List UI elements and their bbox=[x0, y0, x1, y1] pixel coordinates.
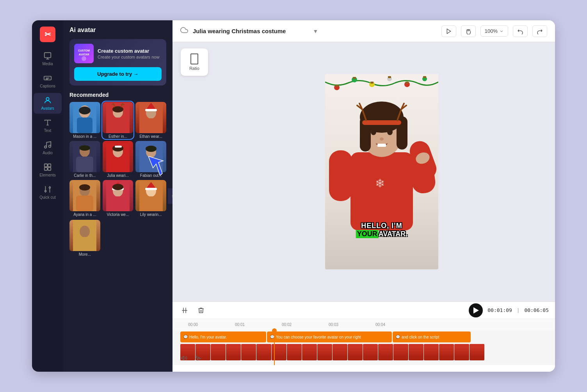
sidebar-collapse-button[interactable]: › bbox=[168, 188, 173, 204]
svg-rect-26 bbox=[142, 118, 160, 133]
ruler-mark-3: 00:03 bbox=[329, 323, 375, 327]
volume-button[interactable] bbox=[179, 353, 190, 363]
app-logo[interactable]: ✂ bbox=[40, 27, 55, 42]
svg-point-44 bbox=[79, 184, 90, 191]
video-thumb-4 bbox=[226, 344, 241, 360]
avatar-item-esther[interactable]: Esther in... bbox=[103, 102, 133, 139]
play-mode-button[interactable] bbox=[441, 25, 456, 37]
avatar-item-julia[interactable]: Julia weari... bbox=[103, 141, 133, 178]
upgrade-button[interactable]: Upgrade to try → bbox=[74, 67, 162, 81]
top-bar: Julia wearing Christmas costume ▼ 100% bbox=[173, 20, 555, 42]
svg-point-3 bbox=[44, 146, 47, 148]
cloud-icon bbox=[180, 26, 188, 36]
waveform-button[interactable] bbox=[193, 353, 204, 363]
ruler-mark-0: 00:00 bbox=[188, 323, 235, 327]
svg-rect-36 bbox=[115, 146, 122, 148]
caption-segment-3[interactable]: 💬 and click on the script bbox=[393, 331, 471, 342]
sidebar-item-captions[interactable]: Captions bbox=[34, 71, 62, 91]
timeline-content: 00:00 00:01 00:02 00:03 00:04 💬 bbox=[173, 319, 555, 372]
caption-segment-1[interactable]: 💬 Hello, I'm your avatar. bbox=[180, 331, 266, 342]
zoom-control[interactable]: 100% bbox=[480, 25, 508, 37]
timeline-tracks: 💬 Hello, I'm your avatar. 💬 You can choo… bbox=[173, 330, 555, 365]
split-tool-button[interactable] bbox=[179, 305, 190, 316]
avatar-item-carlie[interactable]: Carlie in th... bbox=[69, 141, 100, 178]
icon-bar: ✂ Media Captions Avatars bbox=[32, 20, 63, 372]
avatar-grid: Mason in a ... Esther in... bbox=[69, 102, 166, 217]
avatar-name-carlie: Carlie in th... bbox=[69, 173, 100, 178]
svg-point-9 bbox=[45, 191, 46, 192]
sidebar-item-text[interactable]: Text bbox=[34, 115, 62, 136]
custom-avatar-card: CUSTOM AVATAR Create custom avatar Creat… bbox=[69, 39, 166, 86]
hand-tool-button[interactable] bbox=[461, 25, 476, 37]
svg-rect-47 bbox=[109, 196, 126, 211]
subtitle-your: YOUR bbox=[356, 230, 379, 238]
svg-text:AVATAR: AVATAR bbox=[78, 53, 89, 56]
svg-rect-0 bbox=[44, 53, 51, 58]
title-dropdown-arrow[interactable]: ▼ bbox=[313, 28, 318, 34]
caption-segment-2[interactable]: 💬 You can choose your favorite avatar on… bbox=[267, 331, 392, 342]
svg-point-83 bbox=[380, 137, 384, 141]
svg-rect-17 bbox=[77, 118, 92, 133]
svg-rect-30 bbox=[76, 157, 93, 172]
timeline-area: 00:01:09 | 00:06:05 00:00 00:01 00:02 00… bbox=[173, 301, 555, 372]
avatar-name-victoria: Victoria we... bbox=[103, 212, 133, 217]
video-thumb-13 bbox=[363, 344, 378, 360]
ruler-mark-4: 00:04 bbox=[375, 323, 422, 327]
zoom-value: 100% bbox=[485, 28, 498, 34]
svg-rect-66 bbox=[370, 82, 374, 84]
delete-button[interactable] bbox=[195, 305, 207, 316]
svg-point-49 bbox=[112, 184, 123, 190]
sidebar-item-elements[interactable]: Elements bbox=[34, 160, 62, 180]
ratio-button[interactable]: Ratio bbox=[181, 48, 208, 76]
video-thumb-9 bbox=[302, 344, 317, 360]
svg-rect-5 bbox=[44, 164, 47, 167]
playhead[interactable] bbox=[274, 330, 275, 365]
media-label: Media bbox=[42, 62, 53, 66]
sidebar-item-audio[interactable]: Audio bbox=[34, 137, 62, 158]
video-thumb-16 bbox=[409, 344, 423, 360]
timeline-play-button[interactable] bbox=[469, 303, 483, 317]
captions-label: Captions bbox=[40, 84, 55, 88]
svg-point-81 bbox=[371, 129, 376, 135]
timeline-ruler: 00:00 00:01 00:02 00:03 00:04 bbox=[173, 319, 555, 330]
sidebar-item-quickcut[interactable]: Quick cut bbox=[34, 182, 62, 203]
svg-rect-7 bbox=[44, 167, 47, 170]
avatar-item-ethan[interactable]: Ethan wear... bbox=[135, 102, 166, 139]
svg-rect-8 bbox=[48, 167, 51, 170]
recommended-label: Recommended bbox=[69, 92, 166, 98]
sidebar-item-avatars[interactable]: Avatars bbox=[34, 93, 62, 114]
avatar-item-victoria[interactable]: Victoria we... bbox=[103, 180, 133, 217]
video-thumb-20 bbox=[470, 344, 484, 360]
video-frame: ❄ bbox=[325, 74, 438, 269]
avatar-item-ayana[interactable]: Ayana in a ... bbox=[69, 180, 100, 217]
avatar-item-lily[interactable]: Lily wearin... bbox=[135, 180, 166, 217]
avatar-name-lily: Lily wearin... bbox=[135, 212, 166, 217]
svg-rect-39 bbox=[142, 157, 160, 172]
ratio-icon bbox=[190, 53, 198, 64]
video-thumb-14 bbox=[378, 344, 393, 360]
svg-point-18 bbox=[79, 107, 91, 114]
video-subtitle: HELLO, I'M YOUR AVATAR. bbox=[356, 222, 408, 238]
svg-point-82 bbox=[387, 129, 393, 135]
redo-button[interactable] bbox=[532, 25, 547, 37]
undo-button[interactable] bbox=[513, 25, 528, 37]
subtitle-line1: HELLO, I'M bbox=[356, 222, 408, 230]
avatar-item-fabian[interactable]: Fabian out... bbox=[135, 141, 166, 178]
svg-point-55 bbox=[80, 226, 90, 237]
svg-rect-27 bbox=[145, 109, 157, 111]
svg-point-40 bbox=[146, 146, 157, 152]
sidebar: Ai avatar CUSTOM AVATAR bbox=[63, 20, 173, 372]
canvas-area: Ratio bbox=[173, 42, 555, 301]
svg-rect-71 bbox=[329, 150, 352, 201]
elements-label: Elements bbox=[39, 173, 56, 177]
timeline-toolbar: 00:01:09 | 00:06:05 bbox=[173, 302, 555, 319]
avatar-item-mason[interactable]: Mason in a ... bbox=[69, 102, 100, 139]
svg-text:CUSTOM: CUSTOM bbox=[78, 49, 90, 52]
sidebar-item-media[interactable]: Media bbox=[34, 48, 62, 69]
main-content: Julia wearing Christmas costume ▼ 100% bbox=[173, 20, 555, 372]
avatar-name-fabian: Fabian out... bbox=[135, 173, 166, 178]
avatar-item-extra1[interactable]: More... bbox=[69, 220, 100, 257]
svg-rect-53 bbox=[145, 188, 157, 190]
avatar-grid-more: More... bbox=[69, 220, 166, 257]
subtitle-rest: AVATAR. bbox=[379, 230, 408, 238]
